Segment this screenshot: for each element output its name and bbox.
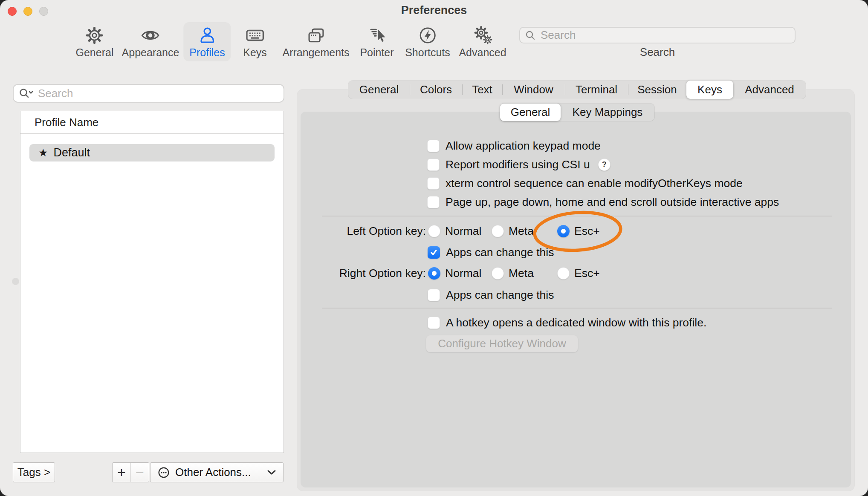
checkbox-right-apps-can-change[interactable]	[428, 289, 440, 301]
tab-advanced[interactable]: Advanced	[733, 81, 806, 99]
toolbar-item-label: Arrangements	[282, 46, 349, 59]
radio-left-normal[interactable]: Normal	[428, 222, 481, 239]
keys-subtab-bar: General Key Mappings	[500, 104, 654, 121]
checkbox-allow-keypad[interactable]	[427, 140, 440, 152]
remove-profile-button[interactable]: −	[130, 463, 149, 482]
tab-window[interactable]: Window	[502, 81, 565, 99]
profile-tab-bar: General Colors Text Window Terminal Sess…	[348, 81, 806, 99]
toolbar-search-label: Search	[519, 46, 796, 59]
checkbox-left-apps-can-change[interactable]	[428, 246, 440, 259]
profile-list-header: Profile Name	[20, 111, 284, 134]
other-actions-label: Other Actions...	[175, 466, 251, 479]
tab-keys[interactable]: Keys	[686, 81, 733, 99]
ellipsis-circle-icon	[157, 466, 170, 479]
toolbar-item-advanced[interactable]: Advanced	[453, 22, 512, 61]
checkbox-row: xterm control sequence can enable modify…	[427, 175, 743, 192]
checkbox-label: Apps can change this	[446, 288, 554, 302]
toolbar-item-appearance[interactable]: Appearance	[116, 22, 185, 61]
checkbox-row: Report modifiers using CSI u ?	[427, 156, 610, 173]
search-menu-icon	[18, 88, 34, 99]
tab-session[interactable]: Session	[628, 81, 686, 99]
add-profile-button[interactable]: +	[113, 463, 130, 482]
checkbox-label: Page up, page down, home and end scroll …	[446, 196, 779, 209]
tab-terminal[interactable]: Terminal	[565, 81, 628, 99]
checkbox-label: Apps can change this	[446, 246, 554, 259]
gear-icon	[85, 26, 104, 45]
toolbar-item-pointer[interactable]: Pointer	[354, 22, 399, 61]
checkbox-label: Report modifiers using CSI u	[446, 158, 590, 171]
checkbox-hotkey-window[interactable]	[428, 317, 440, 329]
checkbox-row: A hotkey opens a dedicated window with t…	[428, 314, 706, 331]
keys-general-pane: Allow application keypad mode Report mod…	[301, 112, 851, 487]
checkbox-scroll-outside-apps[interactable]	[427, 196, 440, 208]
traffic-lights	[8, 7, 48, 16]
pane-splitter-handle[interactable]	[12, 278, 19, 285]
configure-hotkey-window-button[interactable]: Configure Hotkey Window	[426, 335, 578, 352]
radio-icon	[557, 225, 570, 237]
radio-right-normal[interactable]: Normal	[428, 265, 481, 282]
toolbar-item-label: Shortcuts	[405, 46, 450, 59]
left-option-key-label: Left Option key:	[301, 222, 426, 239]
profile-search-input[interactable]	[37, 87, 279, 101]
toolbar-item-label: Advanced	[459, 46, 506, 59]
checkbox-row: Apps can change this	[428, 286, 554, 303]
checkbox-row: Allow application keypad mode	[427, 137, 601, 154]
eye-icon	[141, 26, 160, 45]
checkbox-csi-u[interactable]	[427, 159, 440, 171]
radio-right-esc[interactable]: Esc+	[557, 265, 600, 282]
right-option-key-label: Right Option key:	[301, 265, 426, 282]
divider	[322, 308, 832, 309]
minimize-button[interactable]	[23, 7, 32, 16]
person-icon	[197, 26, 217, 45]
tab-text[interactable]: Text	[462, 81, 502, 99]
add-remove-group: + −	[112, 462, 149, 482]
radio-icon	[428, 225, 440, 237]
toolbar-item-label: Appearance	[122, 46, 179, 59]
checkbox-row: Apps can change this	[428, 244, 554, 261]
profile-row-default[interactable]: ★ Default	[29, 144, 275, 161]
toolbar-item-shortcuts[interactable]: Shortcuts	[399, 22, 456, 61]
toolbar-item-general[interactable]: General	[70, 22, 120, 61]
radio-left-esc[interactable]: Esc+	[557, 222, 600, 239]
close-button[interactable]	[8, 7, 17, 16]
toolbar-item-label: Keys	[243, 46, 267, 59]
subtab-key-mappings[interactable]: Key Mappings	[561, 104, 654, 121]
checkbox-label: A hotkey opens a dedicated window with t…	[446, 316, 706, 329]
radio-icon	[428, 267, 440, 280]
radio-icon	[492, 225, 504, 237]
star-icon: ★	[38, 147, 48, 158]
radio-icon	[492, 267, 504, 280]
radio-right-meta[interactable]: Meta	[492, 265, 534, 282]
divider	[322, 216, 832, 216]
subtab-general[interactable]: General	[500, 104, 561, 121]
profile-name: Default	[53, 146, 90, 159]
gears-icon	[473, 26, 492, 45]
radio-left-meta[interactable]: Meta	[492, 222, 534, 239]
checkbox-label: Allow application keypad mode	[446, 139, 601, 153]
help-button[interactable]: ?	[598, 159, 610, 171]
toolbar-item-arrangements[interactable]: Arrangements	[276, 22, 355, 61]
search-icon	[525, 30, 535, 40]
windows-icon	[306, 26, 326, 45]
toolbar-item-label: Pointer	[360, 46, 393, 59]
zoom-button[interactable]	[39, 7, 48, 16]
profile-search-field[interactable]	[13, 84, 284, 103]
lightning-icon	[418, 26, 437, 45]
radio-icon	[557, 267, 570, 280]
toolbar-item-profiles[interactable]: Profiles	[183, 22, 231, 61]
preferences-window: Preferences General Appearance	[0, 0, 868, 496]
tags-button[interactable]: Tags >	[13, 462, 55, 482]
toolbar-search-field[interactable]	[519, 27, 796, 43]
profile-list: Profile Name ★ Default	[20, 111, 284, 453]
checkbox-modify-other-keys[interactable]	[427, 177, 440, 190]
toolbar-item-label: Profiles	[189, 46, 225, 59]
chevron-down-icon	[267, 470, 276, 475]
toolbar-search-input[interactable]	[540, 28, 790, 42]
window-title: Preferences	[0, 4, 868, 17]
other-actions-dropdown[interactable]: Other Actions...	[150, 462, 284, 482]
tab-colors[interactable]: Colors	[410, 81, 462, 99]
toolbar-item-keys[interactable]: Keys	[237, 22, 273, 61]
checkbox-label: xterm control sequence can enable modify…	[446, 177, 743, 190]
toolbar-item-label: General	[76, 46, 114, 59]
tab-general[interactable]: General	[348, 81, 410, 99]
